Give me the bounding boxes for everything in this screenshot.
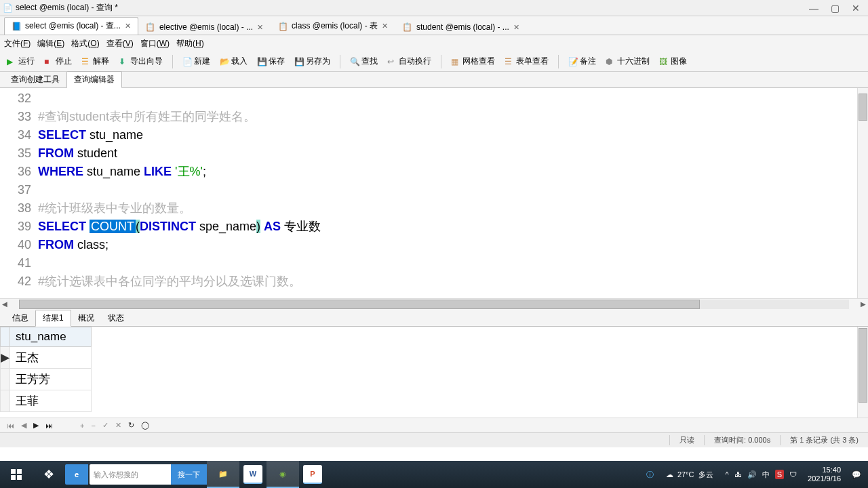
table-row[interactable]: 王芳芳 [1, 369, 92, 390]
taskbar-app[interactable]: ❖ [33, 461, 65, 488]
new-button[interactable]: 📄新建 [180, 54, 213, 68]
taskbar-app-green[interactable]: ◉ [267, 461, 299, 488]
nav-commit-icon[interactable]: ✓ [102, 421, 108, 430]
close-icon[interactable]: ✕ [513, 23, 519, 32]
scrollbar-track[interactable] [19, 300, 849, 309]
menu-format[interactable]: 格式(O) [71, 38, 99, 49]
tab-query-builder[interactable]: 查询创建工具 [4, 72, 66, 87]
menu-edit[interactable]: 编辑(E) [37, 38, 64, 49]
query-icon: 📘 [12, 22, 21, 31]
taskbar-explorer[interactable]: 📁 [207, 461, 239, 488]
scroll-right-icon[interactable]: ▶ [859, 300, 868, 308]
result-grid[interactable]: stu_name ▶王杰 王芳芳 王菲 [0, 327, 868, 418]
code-area[interactable]: #查询student表中所有姓王的同学姓名。SELECT stu_nameFRO… [38, 88, 868, 298]
close-icon[interactable]: ✕ [382, 22, 388, 30]
tab-class[interactable]: 📋 class @emis (local) - 表 ✕ [271, 17, 395, 35]
nav-stop-icon[interactable]: ◯ [141, 421, 149, 430]
scrollbar-thumb[interactable] [859, 94, 867, 121]
grid-vscrollbar[interactable] [857, 327, 868, 418]
stop-button[interactable]: ■停止 [41, 54, 75, 68]
help-icon[interactable]: ⓘ [646, 470, 654, 480]
column-header[interactable]: stu_name [10, 327, 92, 347]
row-marker-header [1, 327, 10, 347]
nav-cancel-icon[interactable]: ✕ [115, 421, 121, 430]
tray-ime-icon[interactable]: 中 [762, 470, 770, 480]
hex-button[interactable]: ⬢十六进制 [603, 54, 652, 68]
sql-editor[interactable]: 3233343536373839404142 #查询student表中所有姓王的… [0, 88, 868, 298]
table-row[interactable]: ▶王杰 [1, 347, 92, 369]
image-button[interactable]: 🖼图像 [656, 54, 690, 68]
tab-status[interactable]: 状态 [101, 310, 131, 326]
tab-info[interactable]: 信息 [5, 310, 35, 326]
editor-hscrollbar[interactable]: ◀ ▶ [0, 298, 868, 309]
close-icon[interactable]: ✕ [257, 23, 263, 32]
nav-del-icon[interactable]: − [91, 422, 95, 430]
scrollbar-thumb[interactable] [859, 328, 867, 403]
gridview-button[interactable]: ▦网格查看 [448, 54, 498, 68]
save-button[interactable]: 💾保存 [254, 54, 288, 68]
grid-icon: ▦ [451, 57, 460, 66]
tray-app-icon[interactable]: S [775, 470, 784, 479]
weather-temp: 27°C [677, 470, 694, 479]
tab-select-query[interactable]: 📘 select @emis (local) - 查... ✕ [4, 17, 138, 35]
tab-label: elective @emis (local) - ... [159, 22, 253, 32]
editor-vscrollbar[interactable] [857, 88, 868, 298]
tray-security-icon[interactable]: 🛡 [789, 470, 797, 479]
scroll-left-icon[interactable]: ◀ [0, 300, 9, 308]
tray-volume-icon[interactable]: 🔊 [747, 470, 757, 479]
minimize-button[interactable]: — [809, 3, 818, 14]
load-button[interactable]: 📂载入 [217, 54, 250, 68]
nav-next-icon[interactable]: ▶ [33, 421, 39, 430]
svg-rect-3 [17, 475, 22, 480]
cell[interactable]: 王菲 [10, 390, 92, 412]
close-icon[interactable]: ✕ [125, 22, 131, 30]
toolbar: ▶运行 ■停止 ☰解释 ⬇导出向导 📄新建 📂载入 💾保存 💾另存为 🔍查找 ↩… [0, 52, 868, 72]
taskbar-powerpoint[interactable]: P [303, 465, 322, 484]
cell[interactable]: 王芳芳 [10, 369, 92, 390]
table-row[interactable]: 王菲 [1, 390, 92, 412]
export-button[interactable]: ⬇导出向导 [116, 54, 165, 68]
formview-button[interactable]: ☰表单查看 [502, 54, 551, 68]
notification-icon[interactable]: 💬 [852, 470, 861, 479]
tab-elective[interactable]: 📋 elective @emis (local) - ... ✕ [138, 19, 271, 35]
cell[interactable]: 王杰 [10, 347, 92, 369]
menu-file[interactable]: 文件(F) [4, 38, 31, 49]
nav-first-icon[interactable]: ⏮ [7, 422, 14, 430]
scrollbar-thumb[interactable] [19, 300, 700, 309]
browser-icon[interactable]: e [65, 464, 88, 485]
taskbar-word[interactable]: W [243, 465, 262, 484]
nav-prev-icon[interactable]: ◀ [21, 421, 26, 430]
maximize-button[interactable]: ▢ [831, 3, 840, 14]
tab-student[interactable]: 📋 student @emis (local) - ... ✕ [395, 19, 527, 35]
tray-network-icon[interactable]: 🖧 [734, 470, 742, 479]
clock-time: 15:40 [808, 466, 841, 474]
start-button[interactable] [0, 461, 33, 488]
taskbar-search[interactable]: 输入你想搜的 [90, 464, 171, 485]
grid-navigator: ⏮ ◀ ▶ ⏭ + − ✓ ✕ ↻ ◯ [0, 418, 868, 432]
tab-label: select @emis (local) - 查... [25, 20, 121, 32]
taskbar-search-button[interactable]: 搜一下 [171, 464, 207, 485]
note-button[interactable]: 📝备注 [566, 54, 599, 68]
tab-profile[interactable]: 概况 [71, 310, 101, 326]
menu-help[interactable]: 帮助(H) [176, 38, 204, 49]
tab-result1[interactable]: 结果1 [35, 310, 71, 327]
find-button[interactable]: 🔍查找 [347, 54, 380, 68]
explain-button[interactable]: ☰解释 [79, 54, 112, 68]
close-button[interactable]: ✕ [852, 3, 860, 14]
tab-label: class @emis (local) - 表 [292, 20, 378, 32]
weather-widget[interactable]: ☁ 27°C 多云 [659, 470, 720, 480]
taskbar-clock[interactable]: 15:40 2021/9/16 [802, 466, 846, 483]
run-button[interactable]: ▶运行 [4, 54, 37, 68]
menu-window[interactable]: 窗口(W) [140, 38, 170, 49]
system-tray[interactable]: ⓘ ☁ 27°C 多云 ^ 🖧 🔊 中 S 🛡 15:40 2021/9/16 … [639, 466, 868, 483]
nav-last-icon[interactable]: ⏭ [45, 422, 53, 430]
nav-refresh-icon[interactable]: ↻ [128, 421, 134, 430]
tray-chevron-icon[interactable]: ^ [726, 470, 729, 479]
wrap-button[interactable]: ↩自动换行 [384, 54, 434, 68]
menu-view[interactable]: 查看(V) [106, 38, 134, 49]
saveas-button[interactable]: 💾另存为 [292, 54, 333, 68]
tab-query-editor[interactable]: 查询编辑器 [66, 71, 122, 88]
windows-taskbar[interactable]: ❖ e 输入你想搜的 搜一下 📁 W ◉ P ⓘ ☁ 27°C 多云 ^ 🖧 🔊… [0, 461, 868, 488]
editor-tabs: 查询创建工具 查询编辑器 [0, 72, 868, 88]
nav-add-icon[interactable]: + [80, 422, 84, 430]
